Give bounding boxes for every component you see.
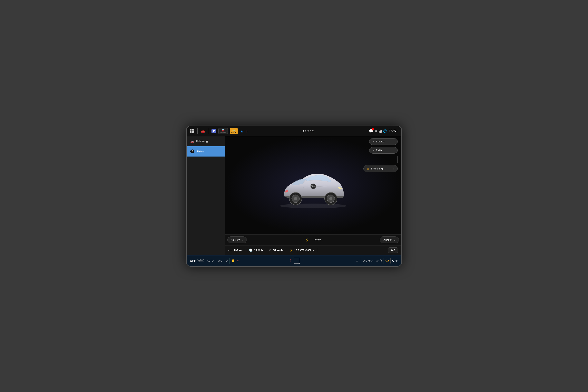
chevron-down-icon: ⌄ xyxy=(241,238,244,242)
infotainment-screen: 🚗 P 🚘 ASSIST 🚕 MODE ▲ ♪ 19.5 °C 💬 1 4G xyxy=(186,126,402,266)
lte-indicator: 4G xyxy=(375,130,377,132)
music-icon[interactable]: ♪ xyxy=(246,129,248,134)
meldung-button[interactable]: ⚠ 1 Meldung › xyxy=(363,165,398,172)
info-icon: i xyxy=(190,150,194,154)
svg-point-0 xyxy=(280,204,347,208)
hand-icon[interactable]: ✋ xyxy=(231,259,235,262)
speedometer-icon: ⟳ xyxy=(269,248,272,252)
trip-score-value: 0.0 xyxy=(391,248,395,252)
notification-badge: 1 xyxy=(372,128,374,130)
svg-point-3 xyxy=(294,197,297,200)
parking-badge[interactable]: P xyxy=(212,129,216,133)
center-controls: ⋮ ⋮ xyxy=(240,258,354,264)
car-display-area: VW xyxy=(225,136,401,234)
energy-value: --- kWh/h xyxy=(311,238,321,241)
car-nav-icon[interactable]: 🚗 xyxy=(201,129,205,133)
temperature-display: 19.5 °C xyxy=(248,130,369,133)
airflow-icon[interactable]: ⟫ xyxy=(380,259,382,262)
service-button[interactable]: Service xyxy=(369,138,398,145)
power-icon[interactable]: ⏻ xyxy=(385,258,389,263)
car-image: VW xyxy=(272,162,354,209)
ac-button[interactable]: A/C xyxy=(217,258,224,263)
ac-off-label: A/C OFF xyxy=(197,261,204,263)
right-dots-icon: ⋮ xyxy=(302,259,305,262)
divider xyxy=(390,258,391,264)
chevron-down-icon: ⌄ xyxy=(393,238,396,242)
sidebar-item-fahrzeug[interactable]: 🚗 Fahrzeug xyxy=(187,136,225,146)
connectivity-icon: 🌐 xyxy=(383,129,387,133)
svg-point-6 xyxy=(329,197,332,200)
fan-speed-icon[interactable]: ≋ xyxy=(376,259,379,262)
period-value: Langzeit xyxy=(383,238,392,241)
sidebar-item-status[interactable]: i Status xyxy=(187,146,225,156)
service-label: Service xyxy=(376,140,384,143)
chevron-right-icon: › xyxy=(393,167,394,170)
trip-consumption: ⚡ 10.3 kWh/100km xyxy=(286,248,317,252)
clima-label: CLIMA xyxy=(197,258,204,261)
dot-icon xyxy=(373,150,374,151)
top-bar-left: 🚗 P 🚘 ASSIST 🚕 MODE ▲ ♪ xyxy=(190,128,248,134)
signal-strength-icon xyxy=(379,130,382,133)
period-button[interactable]: Langzeit ⌄ xyxy=(380,236,399,243)
route-icon: ⟷ xyxy=(228,248,232,252)
clima-label-group: CLIMA A/C OFF xyxy=(197,258,204,263)
seat-heat-icon[interactable]: ≡ xyxy=(237,258,239,263)
message-icon[interactable]: 💬 1 xyxy=(369,129,373,133)
reifen-label: Reifen xyxy=(376,149,383,152)
meldung-label: 1 Meldung xyxy=(371,167,383,170)
top-bar: 🚗 P 🚘 ASSIST 🚕 MODE ▲ ♪ 19.5 °C 💬 1 4G xyxy=(187,126,401,136)
svg-text:VW: VW xyxy=(311,185,315,188)
odometer-button[interactable]: 7562 km ⌄ xyxy=(227,236,247,243)
battery-icon: ⚡ xyxy=(305,238,309,242)
square-button[interactable] xyxy=(294,258,300,264)
grid-menu-icon[interactable] xyxy=(190,129,194,133)
energy-display: ⚡ --- kWh/h xyxy=(248,238,378,242)
seat-heat-right-icon[interactable]: 🌡 xyxy=(356,259,358,262)
main-content: 🚗 Fahrzeug i Status xyxy=(187,136,401,255)
divider xyxy=(208,128,208,134)
clock: 16:51 xyxy=(389,129,398,133)
top-bar-right: 💬 1 4G 🌐 16:51 xyxy=(369,129,398,133)
auto-button[interactable]: AUTO xyxy=(206,258,215,263)
sidebar-fahrzeug-label: Fahrzeug xyxy=(196,140,208,143)
ac-max-button[interactable]: A/C MAX xyxy=(362,258,375,263)
mode-button[interactable]: 🚕 MODE xyxy=(230,128,238,134)
clima-off-label: OFF xyxy=(190,259,196,262)
trip-speed-value: 51 km/h xyxy=(273,249,283,252)
content-area: VW xyxy=(225,136,401,255)
bottom-bar: OFF CLIMA A/C OFF AUTO A/C ↺ ✋ ≡ ⋮ ⋮ 🌡 A… xyxy=(187,255,401,266)
off-right-label: OFF xyxy=(392,259,398,262)
stats-row: 7562 km ⌄ ⚡ --- kWh/h Langzeit ⌄ xyxy=(225,234,401,245)
assist-button[interactable]: 🚘 ASSIST xyxy=(218,128,228,134)
dot-icon xyxy=(373,141,374,142)
trip-time-value: 15:42 h xyxy=(254,249,263,252)
right-panel: Service Reifen ⚠ 1 Meldung › xyxy=(363,138,398,172)
trip-distance: ⟷ 794 km xyxy=(228,248,246,252)
warning-icon: ⚠ xyxy=(367,167,369,170)
reifen-button[interactable]: Reifen xyxy=(369,147,398,154)
trip-score: 0.0 xyxy=(388,248,398,253)
trip-time: 🕐 15:42 h xyxy=(246,248,266,252)
car-icon: 🚗 xyxy=(190,140,194,143)
odometer-value: 7562 km xyxy=(230,238,240,241)
navigation-arrow-icon[interactable]: ▲ xyxy=(240,129,244,134)
left-dots-icon: ⋮ xyxy=(289,259,292,262)
sidebar: 🚗 Fahrzeug i Status xyxy=(187,136,225,255)
clock-icon: 🕐 xyxy=(249,248,253,252)
trip-speed: ⟳ 51 km/h xyxy=(266,248,286,252)
trip-distance-value: 794 km xyxy=(234,249,242,252)
recirculation-icon[interactable]: ↺ xyxy=(225,259,228,262)
trip-consumption-value: 10.3 kWh/100km xyxy=(294,249,314,252)
energy-icon: ⚡ xyxy=(289,248,293,252)
sidebar-status-label: Status xyxy=(196,150,204,153)
divider xyxy=(197,128,198,134)
trip-row: ⟷ 794 km 🕐 15:42 h ⟳ 51 km/h ⚡ 10.3 kWh/… xyxy=(225,245,401,255)
